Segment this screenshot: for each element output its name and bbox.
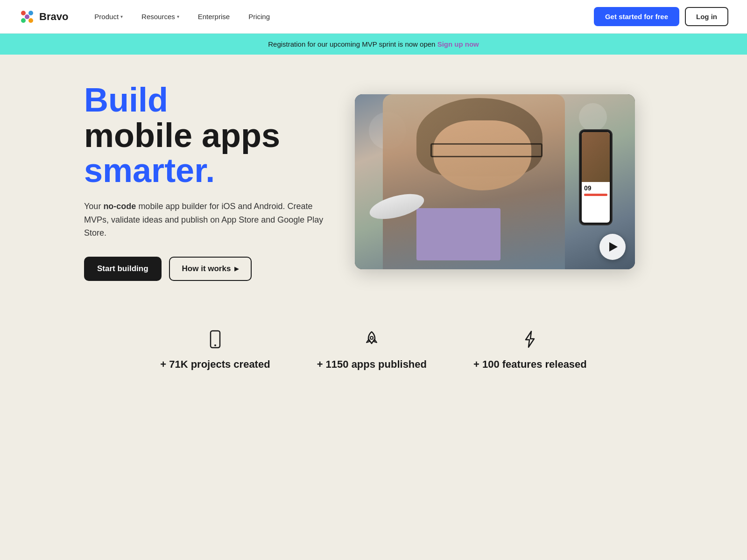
- signup-link[interactable]: Sign up now: [437, 40, 479, 48]
- chevron-down-icon: ▾: [120, 14, 123, 19]
- svg-point-1: [28, 11, 33, 15]
- navbar: Bravo Product ▾ Resources ▾ Enterprise P…: [0, 0, 747, 34]
- video-scene: 09: [355, 94, 635, 269]
- nav-item-enterprise[interactable]: Enterprise: [190, 9, 237, 24]
- svg-point-2: [21, 18, 26, 23]
- get-started-button[interactable]: Get started for free: [594, 7, 679, 26]
- svg-point-7: [370, 336, 373, 339]
- hero-description: Your no-code mobile app builder for iOS …: [84, 200, 327, 240]
- play-icon: ▶: [234, 266, 239, 272]
- nav-links: Product ▾ Resources ▾ Enterprise Pricing: [87, 9, 594, 24]
- nav-actions: Get started for free Log in: [594, 7, 728, 26]
- stats-section: + 71K projects created + 1150 apps publi…: [47, 300, 700, 408]
- chevron-down-icon: ▾: [177, 14, 179, 19]
- stat-projects: + 71K projects created: [160, 328, 270, 371]
- stat-projects-value: + 71K projects created: [160, 358, 270, 371]
- nav-item-pricing[interactable]: Pricing: [241, 9, 277, 24]
- start-building-button[interactable]: Start building: [84, 257, 162, 281]
- nav-item-product[interactable]: Product ▾: [87, 9, 130, 24]
- stat-features: + 100 features released: [473, 328, 587, 371]
- rocket-icon: [360, 328, 383, 351]
- hero-title: Build mobile apps smarter.: [84, 83, 327, 189]
- svg-point-0: [21, 11, 26, 15]
- hero-section: Build mobile apps smarter. Your no-code …: [47, 55, 700, 300]
- login-button[interactable]: Log in: [685, 7, 728, 26]
- brand-name: Bravo: [39, 11, 68, 23]
- video-play-button[interactable]: [599, 234, 626, 260]
- phone-icon: [204, 328, 227, 351]
- hero-content: Build mobile apps smarter. Your no-code …: [84, 83, 327, 281]
- logo[interactable]: Bravo: [19, 8, 68, 25]
- svg-point-3: [28, 18, 33, 23]
- lightning-icon: [518, 328, 542, 351]
- nav-item-resources[interactable]: Resources ▾: [134, 9, 187, 24]
- hero-video-area: 09: [355, 94, 635, 269]
- how-it-works-button[interactable]: How it works ▶: [169, 257, 252, 281]
- bravo-logo-icon: [19, 8, 35, 25]
- video-container[interactable]: 09: [355, 94, 635, 269]
- stat-apps: + 1150 apps published: [317, 328, 427, 371]
- hero-buttons: Start building How it works ▶: [84, 257, 327, 281]
- svg-point-6: [214, 344, 216, 346]
- svg-point-4: [25, 14, 29, 19]
- stat-features-value: + 100 features released: [473, 358, 587, 371]
- announcement-banner: Registration for our upcoming MVP sprint…: [0, 34, 747, 55]
- stat-apps-value: + 1150 apps published: [317, 358, 427, 371]
